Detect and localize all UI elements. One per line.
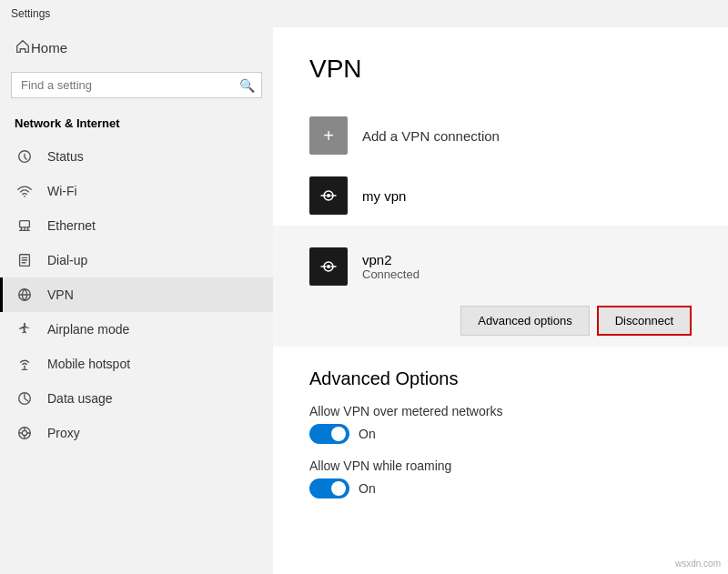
sidebar: Home 🔍 Network & Internet Status [0,27,273,574]
page-title: VPN [309,55,692,84]
hotspot-icon [15,356,35,372]
datausage-icon [15,390,35,407]
option1-label: Allow VPN over metered networks [309,404,692,418]
option1-toggle-label: On [359,427,376,441]
vpn2-info: vpn2 Connected [362,252,420,281]
sidebar-label-status: Status [47,149,84,164]
option1-toggle-row: On [309,424,692,444]
status-icon [15,148,35,165]
vpn2-connected-row: vpn2 Connected Advanced options Disconne… [273,226,728,347]
sidebar-item-ethernet[interactable]: Ethernet [0,208,273,243]
sidebar-item-wifi[interactable]: Wi-Fi [0,174,273,208]
app-title: Settings [11,7,50,20]
vpn1-name: my vpn [362,188,406,204]
sidebar-item-status[interactable]: Status [0,139,273,174]
sidebar-label-dialup: Dial-up [47,253,87,267]
sidebar-label-airplane: Airplane mode [47,322,129,337]
vpn2-icon [309,247,348,286]
search-icon: 🔍 [239,78,255,93]
search-container: 🔍 [11,72,262,98]
sidebar-item-hotspot[interactable]: Mobile hotspot [0,347,273,381]
advanced-options-button[interactable]: Advanced options [460,306,589,336]
advanced-options-section: Advanced Options Allow VPN over metered … [309,368,692,498]
option1-toggle[interactable] [309,424,349,444]
airplane-icon [15,321,35,337]
ethernet-icon [15,217,35,234]
sidebar-label-datausage: Data usage [47,391,113,406]
proxy-icon [15,425,35,441]
content-area: VPN + Add a VPN connection [273,27,728,574]
sidebar-item-dialup[interactable]: Dial-up [0,243,273,277]
sidebar-label-wifi: Wi-Fi [47,184,77,198]
add-vpn-item[interactable]: + Add a VPN connection [309,106,692,166]
sidebar-label-proxy: Proxy [47,426,80,440]
option1-toggle-track [309,424,349,444]
option2-toggle-row: On [309,478,692,498]
vpn1-icon [309,176,348,215]
add-vpn-label: Add a VPN connection [362,128,500,144]
search-input[interactable] [11,72,262,98]
add-vpn-icon: + [309,116,348,155]
sidebar-label-hotspot: Mobile hotspot [47,357,130,371]
sidebar-item-vpn[interactable]: VPN [0,277,273,312]
sidebar-item-airplane[interactable]: Airplane mode [0,312,273,347]
wifi-icon [15,183,35,199]
watermark: wsxdn.com [675,559,721,569]
sidebar-item-proxy[interactable]: Proxy [0,416,273,450]
vpn2-name: vpn2 [362,252,420,267]
vpn1-item[interactable]: my vpn [309,166,692,226]
sidebar-item-datausage[interactable]: Data usage [0,381,273,416]
option2-toggle[interactable] [309,478,349,498]
option2-label: Allow VPN while roaming [309,458,692,473]
vpn2-item[interactable]: vpn2 Connected [309,237,692,297]
home-icon [15,38,31,57]
main-layout: Home 🔍 Network & Internet Status [0,27,728,574]
option2-toggle-thumb [331,481,346,496]
option2-toggle-track [309,478,349,498]
home-label: Home [31,40,67,55]
disconnect-button[interactable]: Disconnect [597,306,692,336]
vpn1-info: my vpn [362,188,406,204]
sidebar-label-vpn: VPN [47,287,74,302]
svg-point-1 [24,196,25,197]
plus-icon: + [323,126,334,146]
vpn-action-buttons: Advanced options Disconnect [309,306,692,336]
option2-row: Allow VPN while roaming On [309,458,692,498]
vpn-icon [15,287,35,303]
advanced-options-title: Advanced Options [309,368,692,389]
svg-rect-2 [20,221,30,227]
svg-point-10 [327,194,330,197]
svg-point-8 [22,430,26,435]
vpn2-status: Connected [362,267,420,281]
sidebar-label-ethernet: Ethernet [47,218,96,233]
sidebar-item-home[interactable]: Home [0,27,273,68]
vpn-list: + Add a VPN connection my vpn [309,106,692,347]
titlebar: Settings [0,0,728,27]
sidebar-section-title: Network & Internet [0,109,273,139]
option1-row: Allow VPN over metered networks On [309,404,692,444]
option1-toggle-thumb [331,427,346,441]
svg-point-12 [327,265,330,268]
option2-toggle-label: On [359,481,376,496]
dialup-icon [15,252,35,268]
